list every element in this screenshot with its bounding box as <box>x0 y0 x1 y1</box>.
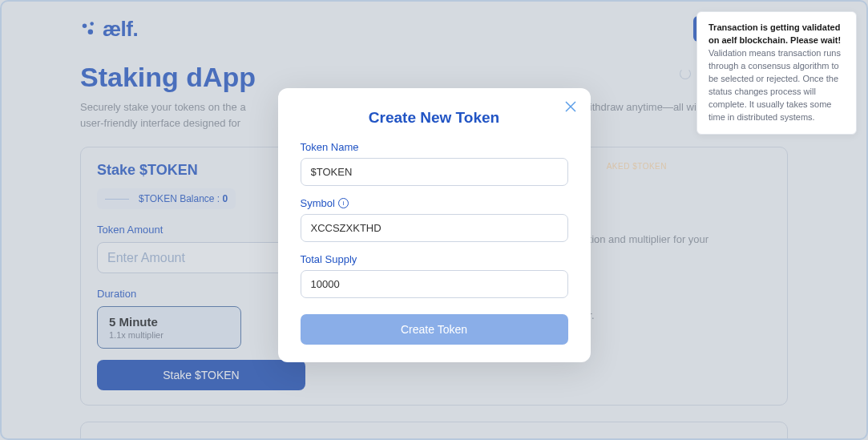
symbol-input[interactable] <box>301 214 568 242</box>
toast-title: Transaction is getting validated on aelf… <box>709 22 841 45</box>
symbol-label: Symbol i <box>301 197 568 209</box>
modal-create-button[interactable]: Create Token <box>301 314 568 345</box>
spinner-icon <box>680 68 691 79</box>
modal-title: Create New Token <box>301 109 568 127</box>
toast-notification: Transaction is getting validated on aelf… <box>696 11 857 135</box>
token-name-label: Token Name <box>301 141 568 153</box>
token-name-input[interactable] <box>301 158 568 186</box>
create-token-modal: Create New Token Token Name Symbol i Tot… <box>278 88 591 362</box>
close-icon[interactable] <box>563 99 578 117</box>
info-icon[interactable]: i <box>338 198 349 208</box>
toast-body: Validation means transaction runs throug… <box>709 48 841 122</box>
total-supply-label: Total Supply <box>301 253 568 265</box>
total-supply-input[interactable] <box>301 270 568 298</box>
